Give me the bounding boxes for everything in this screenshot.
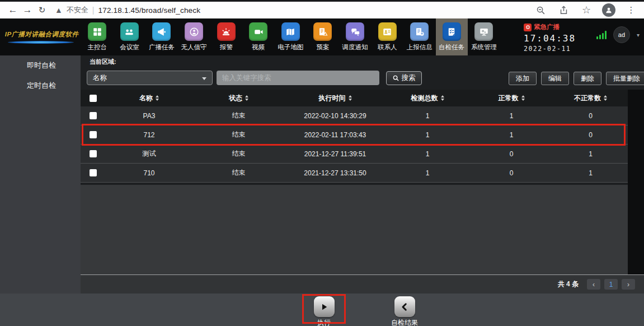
user-avatar[interactable]: ad (613, 26, 630, 43)
sort-icon (604, 95, 607, 101)
clock-time: 17:04:38 (524, 33, 591, 44)
map-icon (281, 22, 300, 41)
search-button[interactable]: 搜索 (386, 71, 422, 85)
table-right-gutter (628, 90, 644, 274)
row-checkbox[interactable] (90, 169, 97, 176)
row-checkbox[interactable] (90, 150, 97, 157)
sort-icon (441, 95, 444, 101)
nav-item-dispatch-notice[interactable]: 调度通知 (339, 18, 372, 55)
header-total-checked[interactable]: 检测总数 (386, 94, 469, 103)
contact-card-icon (378, 22, 397, 41)
address-bar[interactable]: ▲ 不安全 | 172.18.1.45/broad/self_check (55, 5, 533, 15)
table-body: PA3 结束 2022-02-10 14:30:29 1 1 0 712 结束 … (81, 106, 628, 183)
total-count-label: 共 4 条 (558, 280, 579, 289)
emergency-broadcast[interactable]: 紧急广播 (524, 23, 591, 31)
nav-item-broadcast-task[interactable]: 广播任务 (145, 18, 178, 55)
chevron-down-icon (202, 77, 206, 80)
main-nav-tabs: 主控台 会议室 广播任务 无人值守 (81, 18, 500, 55)
edit-button[interactable]: 编辑 (541, 72, 569, 85)
header-name[interactable]: 名称 (106, 94, 192, 103)
execute-button[interactable]: 执行 (302, 296, 346, 326)
delete-button[interactable]: 删除 (574, 72, 601, 85)
checklist-icon (443, 22, 461, 41)
people-group-icon (120, 22, 139, 41)
current-area-label: 当前区域: (81, 55, 644, 68)
bottom-action-bar: 执行 自检结果 (0, 294, 644, 326)
emergency-broadcast-icon (524, 24, 532, 31)
table-row-highlighted[interactable]: 712 结束 2022-02-11 17:03:43 1 1 0 (81, 125, 628, 145)
add-button[interactable]: 添加 (509, 72, 537, 85)
back-icon[interactable]: ← (6, 3, 20, 17)
sort-icon (245, 95, 248, 101)
url-text[interactable]: 172.18.1.45/broad/self_check (98, 6, 201, 15)
plan-document-icon (313, 22, 332, 41)
next-page-button[interactable]: › (622, 279, 635, 290)
security-label: 不安全 (67, 5, 88, 15)
nav-item-self-check-task[interactable]: 自检任务 (436, 18, 468, 55)
header-status[interactable]: 状态 (192, 94, 285, 103)
nav-item-report-info[interactable]: 上报信息 (403, 18, 436, 55)
header-abnormal-count[interactable]: 不正常数 (553, 94, 628, 103)
video-camera-icon (249, 22, 267, 41)
self-check-results-button[interactable]: 自检结果 (382, 296, 427, 326)
search-type-select[interactable]: 名称 (87, 71, 213, 85)
browser-menu-icon[interactable]: ⋮ (624, 3, 638, 17)
table-row[interactable]: 测试 结束 2021-12-27 11:39:51 1 0 1 (81, 145, 628, 164)
nav-item-alarm[interactable]: 报警 (210, 18, 242, 55)
nav-item-console[interactable]: 主控台 (81, 18, 114, 55)
row-checkbox[interactable] (90, 131, 97, 138)
search-type-selected: 名称 (93, 74, 107, 82)
page-number-button[interactable]: 1 (604, 279, 618, 290)
filter-controls: 名称 搜索 添加 编辑 删除 批量删除 (81, 68, 644, 90)
sidebar-item-instant-self-check[interactable]: 即时自检 (0, 55, 81, 76)
sidebar: 即时自检 定时自检 (0, 55, 81, 294)
prev-page-button[interactable]: ‹ (587, 279, 600, 290)
nav-item-emap[interactable]: 电子地图 (275, 18, 307, 55)
browser-profile-avatar[interactable] (602, 3, 615, 17)
pagination-bar: 共 4 条 ‹ 1 › (81, 274, 644, 294)
sidebar-item-scheduled-self-check[interactable]: 定时自检 (0, 76, 81, 96)
nav-item-unattended[interactable]: 无人值守 (178, 18, 210, 55)
search-icon (393, 75, 399, 81)
play-icon (314, 296, 335, 317)
user-menu-chevron-icon[interactable]: ▾ (637, 32, 640, 38)
dashboard-icon (88, 22, 106, 41)
table-row[interactable]: PA3 结束 2022-02-10 14:30:29 1 1 0 (81, 106, 628, 125)
sort-icon (156, 95, 159, 101)
row-checkbox[interactable] (90, 112, 97, 119)
app-top-nav: IP广播对讲融合调度软件 主控台 会议室 广播任务 (0, 18, 644, 55)
nav-item-plan[interactable]: 预案 (307, 18, 339, 55)
table-row[interactable]: 710 结束 2021-12-27 13:31:50 1 0 1 (81, 164, 628, 183)
forward-icon[interactable]: → (20, 3, 35, 17)
table-action-buttons: 添加 编辑 删除 批量删除 (509, 72, 644, 85)
nav-item-video[interactable]: 视频 (242, 18, 275, 55)
header-exec-time[interactable]: 执行时间 (285, 94, 386, 103)
signal-strength-icon (596, 30, 607, 39)
megaphone-icon (152, 22, 171, 41)
nav-item-contacts[interactable]: 联系人 (371, 18, 403, 55)
status-block: 紧急广播 17:04:38 2022-02-11 (524, 23, 591, 53)
main-panel: 当前区域: 名称 搜索 添加 编辑 删除 批量删除 名称 状态 执行时间 (81, 55, 644, 294)
zoom-out-icon[interactable] (533, 3, 548, 17)
table-empty-area (81, 185, 628, 274)
page-root: ← → ↻ ▲ 不安全 | 172.18.1.45/broad/self_che… (0, 0, 644, 326)
table-header: 名称 状态 执行时间 检测总数 正常数 不正常数 (81, 90, 628, 106)
select-all-checkbox[interactable] (90, 95, 97, 102)
chat-bubbles-icon (346, 22, 364, 41)
sort-icon (349, 95, 352, 101)
alarm-siren-icon (217, 22, 236, 41)
header-normal-count[interactable]: 正常数 (469, 94, 553, 103)
nav-item-meeting-room[interactable]: 会议室 (114, 18, 146, 55)
search-input[interactable] (217, 71, 379, 85)
document-upload-icon (410, 22, 429, 41)
bookmark-star-icon[interactable]: ☆ (579, 3, 594, 17)
logo-underline-swoosh (8, 41, 74, 44)
person-circle-icon (185, 22, 203, 41)
batch-delete-button[interactable]: 批量删除 (606, 72, 644, 85)
nav-item-system-admin[interactable]: 系统管理 (468, 18, 500, 55)
address-divider: | (92, 6, 95, 15)
share-icon[interactable] (556, 3, 571, 17)
back-chevron-icon (394, 296, 415, 317)
clock-date: 2022-02-11 (524, 45, 591, 53)
reload-icon[interactable]: ↻ (35, 3, 49, 17)
